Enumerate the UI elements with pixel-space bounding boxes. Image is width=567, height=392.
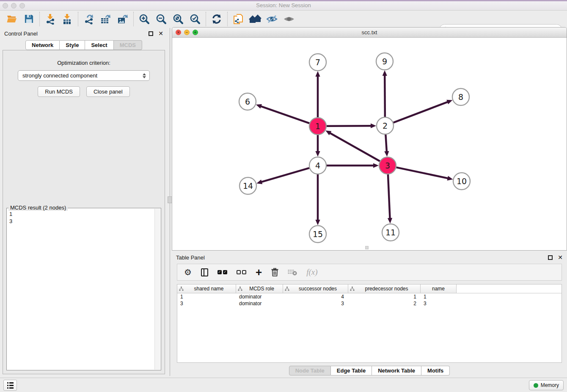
graph-node-label: 15 bbox=[313, 229, 323, 239]
table-row[interactable]: 3dominator323 bbox=[177, 300, 561, 307]
minimize-network-button[interactable]: − bbox=[184, 30, 190, 35]
table-cell[interactable]: 3 bbox=[283, 301, 348, 306]
node-table[interactable]: shared nameMCDS rolesuccessor nodesprede… bbox=[177, 284, 562, 363]
function-builder-icon: f(x) bbox=[306, 268, 317, 277]
edge-2-9[interactable] bbox=[385, 75, 385, 117]
table-cell[interactable]: 4 bbox=[283, 294, 348, 300]
column-header-name[interactable]: name bbox=[421, 284, 457, 293]
tab-edge-table[interactable]: Edge Table bbox=[331, 366, 372, 375]
minimize-window-button[interactable] bbox=[11, 3, 17, 8]
control-panel-tabs: NetworkStyleSelectMCDS bbox=[0, 40, 168, 50]
edge-3-10[interactable] bbox=[396, 167, 449, 178]
float-panel-icon[interactable] bbox=[149, 31, 153, 36]
export-network-icon[interactable] bbox=[80, 12, 97, 26]
float-table-panel-icon[interactable] bbox=[548, 255, 553, 260]
maximize-window-button[interactable] bbox=[19, 3, 25, 8]
criterion-value: strongly connected component bbox=[22, 72, 97, 79]
close-window-button[interactable] bbox=[3, 3, 8, 8]
table-row[interactable]: 1dominator411 bbox=[177, 293, 561, 300]
column-header-MCDS-role[interactable]: MCDS role bbox=[236, 284, 283, 293]
clone-network-icon[interactable] bbox=[230, 12, 247, 26]
zoom-out-icon[interactable] bbox=[153, 12, 170, 26]
export-image-icon[interactable] bbox=[114, 12, 131, 26]
graph-node-label: 2 bbox=[383, 121, 388, 130]
network-window-traffic-lights[interactable]: × − + bbox=[176, 30, 198, 35]
result-scrollbar[interactable] bbox=[154, 209, 160, 370]
import-table-icon[interactable] bbox=[59, 12, 76, 26]
memory-status-dot bbox=[534, 383, 538, 388]
deselect-all-columns-icon[interactable] bbox=[237, 270, 246, 274]
hierarchy-icon bbox=[179, 287, 184, 291]
tab-node-table[interactable]: Node Table bbox=[289, 366, 331, 375]
list-icon bbox=[7, 382, 14, 389]
table-header-row[interactable]: shared nameMCDS rolesuccessor nodesprede… bbox=[177, 284, 561, 293]
table-cell[interactable]: 1 bbox=[177, 294, 236, 300]
tab-network-table[interactable]: Network Table bbox=[372, 366, 421, 375]
table-cell[interactable]: 2 bbox=[348, 301, 421, 306]
table-panel: Table Panel ✕ ⚙ ✓✓ + f(x) shared nameMCD… bbox=[172, 252, 567, 376]
show-details-eye-icon[interactable] bbox=[281, 12, 297, 26]
column-header-predecessor-nodes[interactable]: predecessor nodes bbox=[348, 284, 421, 293]
edge-1-2[interactable] bbox=[327, 126, 372, 126]
zoom-in-icon[interactable] bbox=[136, 12, 153, 26]
tab-network[interactable]: Network bbox=[25, 40, 60, 50]
edge-4-14[interactable] bbox=[261, 168, 309, 182]
column-header-successor-nodes[interactable]: successor nodes bbox=[283, 284, 348, 293]
table-cell[interactable]: 1 bbox=[421, 294, 457, 300]
edge-2-8[interactable] bbox=[394, 102, 448, 122]
table-cell[interactable]: 3 bbox=[177, 301, 236, 306]
refresh-icon[interactable] bbox=[208, 12, 225, 26]
add-column-icon[interactable]: + bbox=[256, 268, 262, 276]
edge-2-3[interactable] bbox=[385, 135, 387, 152]
mcds-result-group: MCDS result (2 nodes) 13 bbox=[6, 208, 161, 370]
graph-node-label: 1 bbox=[315, 121, 320, 131]
tab-select[interactable]: Select bbox=[85, 40, 113, 50]
table-tabs: Node TableEdge TableNetwork TableMotifs bbox=[172, 366, 567, 375]
toolbar-separator bbox=[78, 12, 78, 26]
network-window-titlebar[interactable]: × − + scc.txt bbox=[172, 28, 567, 38]
delete-column-trash-icon[interactable] bbox=[271, 268, 278, 276]
import-network-icon[interactable] bbox=[42, 12, 59, 26]
table-cell[interactable]: dominator bbox=[236, 294, 283, 300]
zoom-selected-icon[interactable] bbox=[187, 12, 204, 26]
column-settings-gear-icon[interactable]: ⚙ bbox=[184, 268, 192, 276]
run-mcds-button[interactable]: Run MCDS bbox=[38, 86, 80, 97]
maximize-network-button[interactable]: + bbox=[193, 30, 198, 35]
tab-mcds[interactable]: MCDS bbox=[114, 40, 142, 50]
export-table-icon[interactable] bbox=[97, 12, 114, 26]
table-cell[interactable]: 1 bbox=[348, 294, 421, 300]
table-cell[interactable]: dominator bbox=[236, 301, 283, 306]
control-panel-title: Control Panel bbox=[4, 30, 149, 37]
houses-icon[interactable] bbox=[247, 12, 264, 26]
canvas-resize-handle[interactable] bbox=[365, 246, 369, 249]
graph-node-label: 6 bbox=[245, 97, 250, 106]
save-session-icon[interactable] bbox=[20, 12, 37, 26]
edge-arrowhead bbox=[388, 218, 392, 224]
close-table-panel-icon[interactable]: ✕ bbox=[558, 255, 563, 260]
criterion-dropdown[interactable]: strongly connected component bbox=[18, 70, 150, 81]
close-panel-button[interactable]: Close panel bbox=[86, 86, 130, 97]
select-all-columns-icon[interactable]: ✓✓ bbox=[217, 270, 227, 274]
tab-style[interactable]: Style bbox=[60, 40, 85, 50]
network-canvas[interactable]: 1234678910111415 bbox=[172, 38, 567, 250]
window-traffic-lights[interactable] bbox=[3, 3, 25, 8]
edge-3-1[interactable] bbox=[330, 133, 380, 161]
task-history-button[interactable] bbox=[3, 380, 17, 391]
titlebar: Session: New Session bbox=[0, 0, 567, 11]
close-network-button[interactable]: × bbox=[176, 30, 181, 35]
zoom-fit-icon[interactable] bbox=[170, 12, 187, 26]
edge-arrowhead bbox=[373, 163, 379, 168]
column-header-label: MCDS role bbox=[242, 286, 281, 292]
memory-button[interactable]: Memory bbox=[529, 380, 564, 390]
hide-details-eye-icon[interactable] bbox=[264, 12, 281, 26]
close-panel-icon[interactable]: ✕ bbox=[158, 31, 163, 36]
mcds-result-list[interactable]: 13 bbox=[8, 209, 154, 369]
edge-1-6[interactable] bbox=[260, 106, 309, 124]
table-cell[interactable]: 3 bbox=[421, 301, 457, 306]
tab-motifs[interactable]: Motifs bbox=[421, 366, 450, 375]
network-graph[interactable]: 1234678910111415 bbox=[172, 38, 567, 250]
split-table-view-icon[interactable] bbox=[201, 268, 208, 276]
column-header-shared-name[interactable]: shared name bbox=[177, 284, 236, 293]
open-session-icon[interactable] bbox=[3, 12, 20, 26]
edge-3-11[interactable] bbox=[388, 174, 390, 219]
